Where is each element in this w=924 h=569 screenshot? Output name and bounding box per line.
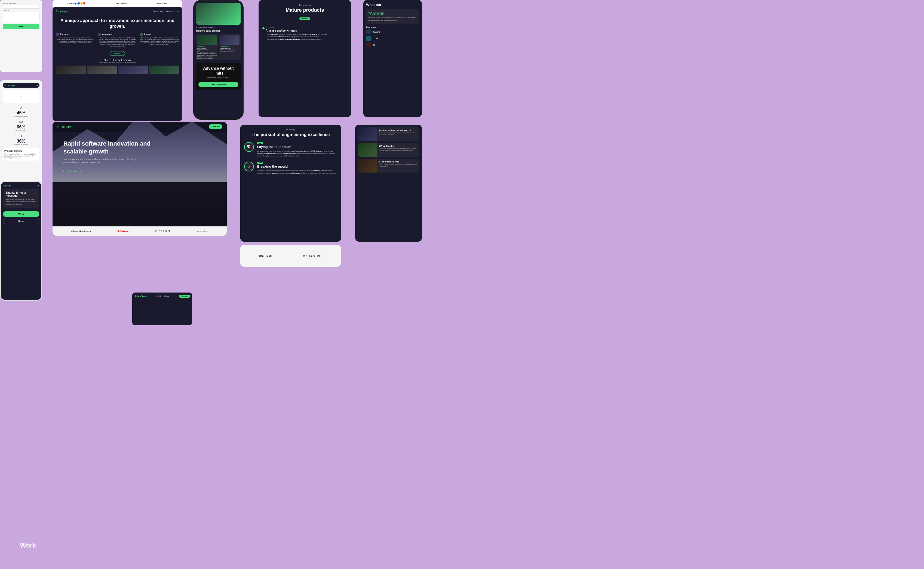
phone-right-device: Pet care Ideas to MVP in three months Re… (193, 0, 244, 120)
ai-card-image (197, 35, 217, 45)
git-label: Git (373, 44, 375, 46)
signups-value: 36% (3, 139, 40, 144)
work-button-mobile[interactable]: Work (3, 211, 39, 217)
approach-heading: Approach (102, 33, 112, 35)
stat-signups: ✦ 36% Increase in signups (3, 134, 40, 145)
year-badge-1: 2017 (257, 142, 263, 144)
thank-you-box: Thanks for your message! We'll review it… (3, 189, 39, 208)
bottom-logos-bar: ⊙ Domestic & General 🔴 Vodafone WHITE ST… (53, 227, 227, 236)
see-work-button[interactable]: See work (110, 51, 125, 56)
laptop-hero-title: Rapid software innovation and scalable g… (63, 140, 159, 155)
custom-dev-text: Build software tailored to your needs, f… (379, 132, 417, 136)
white-stuff-logo-bottom: WHITE STUFF (303, 254, 323, 257)
full-stack-title: Our full stack focus (56, 58, 179, 62)
logo-white-stuff: WHITE STUFF (155, 230, 170, 232)
job-title-input[interactable] (3, 5, 40, 9)
mobile-header-bar: ✈ TopFlight ≡ (3, 83, 40, 88)
small-nav-about[interactable]: About (164, 295, 169, 297)
stat-revenue: ↗ 45% Revenue increase (3, 106, 40, 117)
logo-vodafone: 🔴 Vodafone (117, 230, 129, 233)
services-panel-device: Custom software development Build softwa… (355, 125, 422, 242)
logo-domestic: ⊙ Domestic & General (71, 230, 91, 233)
digital-card-text: We have our agencies, d processes t focu… (220, 49, 240, 52)
mobile-menu-icon: ≡ (37, 84, 38, 87)
mobile-bottom-device: TopFlight ≡ Thanks for your message! We'… (0, 181, 42, 301)
revenue-icon: ↗ (3, 106, 40, 110)
story-step-1: 🏗 2017 Laying the foundation We began as… (244, 142, 337, 157)
testimonial-text: The team at TopFl app that exceede and a… (368, 17, 417, 21)
qa-image (358, 143, 377, 157)
react-icon (366, 29, 371, 34)
step-dot-1 (262, 27, 265, 29)
logo-text: TopFlight (60, 125, 71, 128)
portfolio-image-2 (87, 65, 117, 74)
contact-nav-button[interactable]: Contact (209, 124, 222, 129)
advance-sub: Hear back within 24 hours (198, 77, 238, 79)
signups-label: Increase in signups (3, 144, 40, 145)
signups-icon: ✦ (3, 134, 40, 138)
work-label: Work (20, 542, 36, 549)
bottom-logos-strip: THE TIMES WHITE STUFF (241, 245, 341, 267)
process-section-label: The process (262, 4, 347, 6)
ai-service-title: AI and data science (379, 161, 417, 163)
ai-service-text: Unlock insights and drive results with A… (379, 164, 417, 167)
mobile-menu-btn[interactable]: ≡ (38, 184, 39, 187)
collaborate-button[interactable]: Let's collaborate (198, 82, 238, 87)
main-laptop-nav-links: Home · Work · About · Contact (154, 10, 179, 12)
chart-placeholder: 📈 (20, 96, 22, 97)
message-input[interactable] (3, 12, 40, 23)
what-our-title: What our (366, 3, 419, 7)
story-title: The pursuit of engineering excellence (244, 132, 337, 138)
process-tablet-device: The process Mature products ONWARD 2 - 5… (259, 0, 351, 117)
story-tablet-device: Our story The pursuit of engineering exc… (241, 125, 341, 242)
service-card-ai: AI and data science Unlock insights and … (358, 159, 419, 172)
year-badge-2: 2022 (257, 162, 263, 164)
purpose-text: We empower businesses to push boundaries… (56, 37, 95, 44)
small-laptop-logo: ✈ TopFlight (134, 295, 147, 297)
laptop-hero-subtitle: We accelerate innovation and market deli… (63, 158, 145, 164)
docker-label: Docker (373, 38, 379, 40)
testimonial-box: "Amazin The team at TopFl app that excee… (366, 9, 419, 24)
logo-icon: ✈ (57, 125, 59, 128)
story-step-2: ↗ 2022 Breaking the mould We noticed bus… (244, 162, 337, 175)
logo-glasses-direct: glasses direct (196, 230, 208, 232)
laptop-hero-section: Rapid software innovation and scalable g… (53, 132, 227, 182)
see-work-green-button[interactable]: See work (63, 168, 82, 174)
portfolio-image-4 (149, 65, 179, 74)
project-summary-title: Project summary (5, 150, 38, 152)
times-logo-bottom: THE TIMES (259, 254, 272, 257)
small-contact-btn[interactable]: Contact (179, 295, 190, 298)
digital-case-card: Digital market Accelerating... We have o… (219, 34, 241, 61)
job-title-label: Job title (optional) (3, 3, 40, 5)
process-section-title: Mature products (262, 8, 347, 13)
stat-clicks: <> 66% Increase in clicks (3, 120, 40, 131)
approach-text: Our standout expertise in data-driven A/… (98, 37, 137, 47)
laptop-bottom-device: ✈ TopFlight Home Work About Contact Rapi… (53, 122, 227, 236)
digital-card-image (220, 35, 240, 45)
home-button-mobile[interactable]: Home (3, 218, 39, 224)
custom-dev-title: Custom software development (379, 129, 417, 131)
step-bullets-1: • Use heatmaps, customer journey mapping… (266, 33, 347, 41)
story-step-2-icon: ↗ (244, 162, 254, 172)
far-right-panel-device: What our "Amazin The team at TopFl app t… (363, 0, 422, 117)
step-name-1: Analyse and benchmark (266, 29, 347, 32)
project-summary-text: We partnered with Vacationer Dubai to bu… (5, 153, 38, 159)
clicks-value: 66% (3, 125, 40, 129)
small-laptop-device: ✈ TopFlight Work About Contact (132, 292, 192, 325)
our-team-label: Our team (366, 26, 419, 28)
portfolio-image-3 (118, 65, 148, 74)
onward-badge: ONWARD (299, 17, 310, 20)
send-button[interactable]: Send (3, 24, 40, 29)
step-week-1: 2 - 5 weeks (266, 27, 347, 29)
portfolio-image-1 (56, 65, 86, 74)
impact-heading: Impact (144, 33, 151, 35)
impact-text: From building scalable MVPs to enhancing… (140, 37, 179, 45)
step-title-1: Laying the foundation (257, 145, 337, 149)
small-nav-work[interactable]: Work (157, 295, 161, 297)
testimonial-quote: "Amazin (368, 11, 417, 16)
small-laptop-nav-links: Work About (157, 295, 169, 297)
main-laptop-logo: ✈ TopFlight (56, 10, 68, 12)
thank-you-title: Thanks for your message! (6, 191, 37, 197)
ai-case-card: Technology AI-powered improvements We ha… (196, 34, 218, 61)
service-card-qa: QA and testing Ensure your technology is… (358, 143, 419, 157)
